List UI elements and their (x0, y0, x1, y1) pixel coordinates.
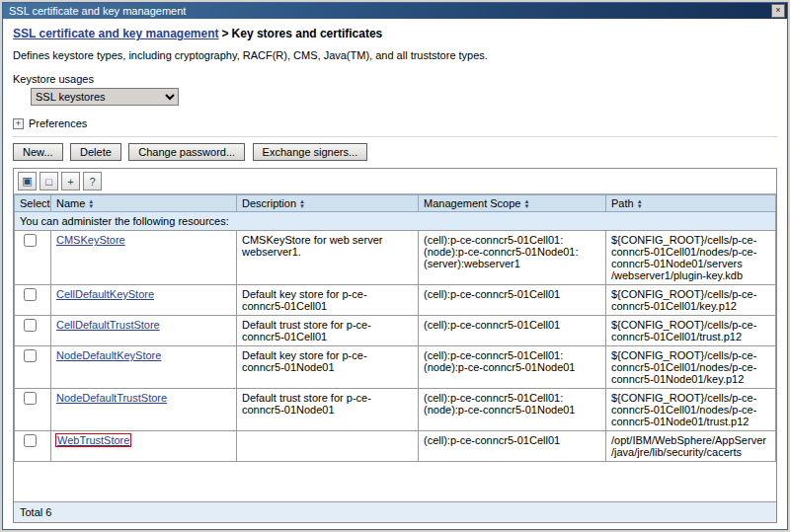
scope-cell: (cell):p-ce-conncr5-01Cell01 (419, 285, 606, 316)
expand-plus-icon[interactable]: + (13, 118, 24, 129)
keystore-link[interactable]: CellDefaultTrustStore (56, 319, 160, 331)
table-row: NodeDefaultTrustStore Default trust stor… (15, 389, 776, 431)
exchange-signers-button[interactable]: Exchange signers... (253, 143, 368, 161)
description-cell: Default key store for p-ce- conncr5-01No… (237, 346, 419, 389)
scope-cell: (cell):p-ce-conncr5-01Cell01: (node):p-c… (419, 389, 606, 431)
path-cell: ${CONFIG_ROOT}/cells/p-ce- conncr5-01Cel… (606, 316, 776, 346)
description-cell: Default trust store for p-ce- conncr5-01… (237, 389, 419, 431)
table-row: CellDefaultKeyStore Default key store fo… (15, 285, 776, 316)
show-filter-icon[interactable]: + (61, 172, 80, 190)
select-all-icon[interactable]: ▣ (18, 172, 37, 190)
scope-cell: (cell):p-ce-conncr5-01Cell01 (419, 431, 606, 462)
description-cell (237, 431, 419, 462)
admin-note-text: You can administer the following resourc… (15, 212, 776, 231)
delete-button[interactable]: Delete (70, 143, 121, 161)
ssl-management-window: SSL certificate and key management × SSL… (2, 2, 788, 530)
keystore-link[interactable]: NodeDefaultKeyStore (56, 349, 161, 361)
breadcrumb-link-ssl-management[interactable]: SSL certificate and key management (13, 27, 219, 40)
table-filler (14, 462, 776, 501)
action-button-bar: New... Delete Change password... Exchang… (13, 136, 777, 161)
row-select-checkbox[interactable] (24, 349, 37, 362)
description-cell: CMSKeyStore for web server webserver1. (237, 231, 419, 285)
sort-description-icon[interactable]: ▲▼ (299, 199, 305, 209)
window-title: SSL certificate and key management (9, 5, 771, 17)
sort-name-icon[interactable]: ▲▼ (88, 199, 94, 209)
page-content: SSL certificate and key management>Key s… (3, 19, 787, 529)
preferences-toggle[interactable]: + Preferences (13, 117, 777, 129)
page-description: Defines keystore types, including crypto… (13, 49, 777, 61)
help-icon[interactable]: ? (83, 172, 102, 190)
change-password-button[interactable]: Change password... (128, 143, 245, 161)
row-select-checkbox[interactable] (24, 288, 37, 301)
column-header-scope[interactable]: Management Scope▲▼ (419, 195, 606, 212)
keystore-link[interactable]: WebTrustStore (57, 434, 129, 446)
deselect-all-icon[interactable]: □ (40, 172, 58, 190)
table-row: WebTrustStore (cell):p-ce-conncr5-01Cell… (15, 431, 776, 462)
scope-cell: (cell):p-ce-conncr5-01Cell01: (node):p-c… (419, 346, 606, 389)
row-select-checkbox[interactable] (24, 319, 37, 332)
window-titlebar: SSL certificate and key management × (3, 3, 787, 19)
row-select-checkbox[interactable] (24, 434, 37, 447)
path-cell: /opt/IBM/WebSphere/AppServer /java/jre/l… (606, 431, 776, 462)
sort-path-icon[interactable]: ▲▼ (637, 199, 643, 209)
keystore-link[interactable]: NodeDefaultTrustStore (56, 392, 167, 404)
keystore-table: Select Name▲▼ Description▲▼ Management S… (14, 194, 776, 462)
highlight-box: WebTrustStore (56, 434, 130, 446)
column-header-description[interactable]: Description▲▼ (237, 195, 419, 212)
row-select-checkbox[interactable] (24, 392, 37, 405)
column-header-path[interactable]: Path▲▼ (606, 195, 776, 212)
table-header-row: Select Name▲▼ Description▲▼ Management S… (15, 195, 776, 212)
table-row: NodeDefaultKeyStore Default key store fo… (15, 346, 776, 389)
description-cell: Default trust store for p-ce- conncr5-01… (237, 316, 419, 346)
breadcrumb: SSL certificate and key management>Key s… (13, 27, 777, 40)
column-header-select: Select (15, 195, 51, 212)
description-cell: Default key store for p-ce- conncr5-01Ce… (237, 285, 419, 316)
new-button[interactable]: New... (13, 143, 63, 161)
sort-scope-icon[interactable]: ▲▼ (523, 199, 529, 209)
breadcrumb-current: Key stores and certificates (232, 27, 383, 40)
table-row: CMSKeyStore CMSKeyStore for web server w… (15, 231, 776, 285)
path-cell: ${CONFIG_ROOT}/cells/p-ce- conncr5-01Cel… (606, 231, 776, 285)
path-cell: ${CONFIG_ROOT}/cells/p-ce- conncr5-01Cel… (606, 285, 776, 316)
keystore-usages-select[interactable]: SSL keystores (31, 88, 179, 106)
breadcrumb-separator: > (222, 27, 229, 40)
table-row: CellDefaultTrustStore Default trust stor… (15, 316, 776, 346)
preferences-label: Preferences (29, 117, 87, 129)
row-select-checkbox[interactable] (24, 234, 37, 247)
scope-cell: (cell):p-ce-conncr5-01Cell01: (node):p-c… (419, 231, 606, 285)
keystore-link[interactable]: CMSKeyStore (56, 234, 125, 246)
scope-cell: (cell):p-ce-conncr5-01Cell01 (419, 316, 606, 346)
column-header-name[interactable]: Name▲▼ (51, 195, 237, 212)
admin-note-row: You can administer the following resourc… (15, 212, 776, 231)
keystore-usages-label: Keystore usages (13, 73, 777, 85)
path-cell: ${CONFIG_ROOT}/cells/p-ce- conncr5-01Cel… (606, 346, 776, 389)
keystore-link[interactable]: CellDefaultKeyStore (56, 288, 154, 300)
close-icon[interactable]: × (771, 4, 785, 18)
path-cell: ${CONFIG_ROOT}/cells/p-ce- conncr5-01Cel… (606, 389, 776, 431)
table-icon-strip: ▣ □ + ? (14, 169, 776, 194)
total-count: Total 6 (14, 501, 776, 522)
keystore-table-frame: ▣ □ + ? Select Name▲▼ Description▲▼ Mana… (13, 168, 777, 523)
